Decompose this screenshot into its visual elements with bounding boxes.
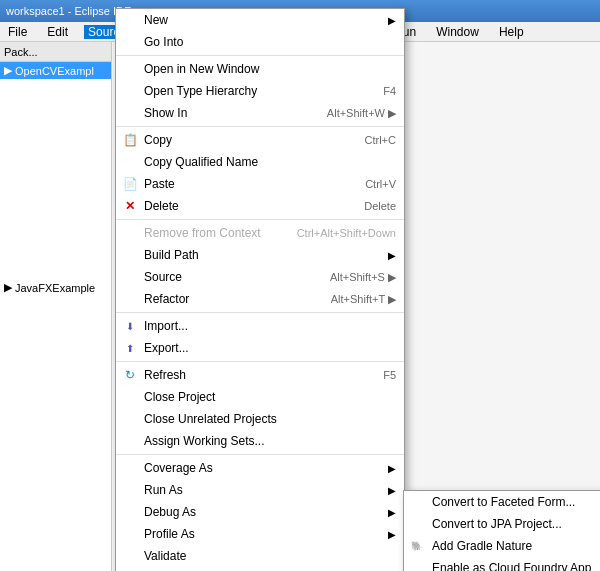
delete-label: Delete: [144, 199, 179, 213]
refresh-icon: ↻: [122, 367, 138, 383]
menu-assign-working-sets[interactable]: Assign Working Sets...: [116, 430, 404, 452]
menu-run-as[interactable]: Run As ▶: [116, 479, 404, 501]
add-gradle-label: Add Gradle Nature: [432, 539, 532, 553]
remove-context-label: Remove from Context: [144, 226, 261, 240]
submenu-convert-faceted[interactable]: Convert to Faceted Form...: [404, 491, 600, 513]
validate-label: Validate: [144, 549, 186, 563]
menu-open-type-hierarchy[interactable]: Open Type Hierarchy F4: [116, 80, 404, 102]
gradle-icon: 🐘: [408, 538, 424, 554]
menu-build-path[interactable]: Build Path ▶: [116, 244, 404, 266]
configure-submenu: Convert to Faceted Form... Convert to JP…: [403, 490, 600, 571]
build-path-label: Build Path: [144, 248, 199, 262]
menu-copy-qualified[interactable]: Copy Qualified Name: [116, 151, 404, 173]
assign-working-sets-label: Assign Working Sets...: [144, 434, 265, 448]
menu-help[interactable]: Help: [495, 25, 528, 39]
copy-shortcut: Ctrl+C: [345, 134, 396, 146]
separator-5: [116, 361, 404, 362]
submenu-cloud-foundry[interactable]: Enable as Cloud Foundry App: [404, 557, 600, 571]
go-into-label: Go Into: [144, 35, 183, 49]
open-type-hierarchy-label: Open Type Hierarchy: [144, 84, 257, 98]
refactor-shortcut: Alt+Shift+T ▶: [311, 293, 396, 306]
separator-6: [116, 454, 404, 455]
menu-edit[interactable]: Edit: [43, 25, 72, 39]
context-menu: New ▶ Go Into Open in New Window Open Ty…: [115, 8, 405, 571]
copy-qualified-label: Copy Qualified Name: [144, 155, 258, 169]
cloud-foundry-label: Enable as Cloud Foundry App: [432, 561, 591, 571]
separator-3: [116, 219, 404, 220]
submenu-convert-jpa[interactable]: Convert to JPA Project...: [404, 513, 600, 535]
sidebar-title: Pack...: [4, 46, 38, 58]
folder-icon: ▶: [4, 64, 12, 77]
export-icon: ⬆: [122, 340, 138, 356]
submenu-add-gradle[interactable]: 🐘 Add Gradle Nature: [404, 535, 600, 557]
copy-label: Copy: [144, 133, 172, 147]
menu-source[interactable]: Source Alt+Shift+S ▶: [116, 266, 404, 288]
sidebar-item-label-2: JavaFXExample: [15, 282, 95, 294]
run-as-label: Run As: [144, 483, 183, 497]
paste-label: Paste: [144, 177, 175, 191]
menu-new[interactable]: New ▶: [116, 9, 404, 31]
folder-icon-2: ▶: [4, 281, 12, 294]
refresh-shortcut: F5: [363, 369, 396, 381]
menu-export[interactable]: ⬆ Export...: [116, 337, 404, 359]
arrow-icon: ▶: [388, 15, 396, 26]
separator-4: [116, 312, 404, 313]
menu-go-into[interactable]: Go Into: [116, 31, 404, 53]
export-label: Export...: [144, 341, 189, 355]
paste-icon: 📄: [122, 176, 138, 192]
package-explorer: Pack... ▶ OpenCVExampl ▶ JavaFXExample: [0, 42, 112, 571]
import-icon: ⬇: [122, 318, 138, 334]
menu-debug-as[interactable]: Debug As ▶: [116, 501, 404, 523]
menu-validate[interactable]: Validate: [116, 545, 404, 567]
menu-close-unrelated[interactable]: Close Unrelated Projects: [116, 408, 404, 430]
title-label: workspace1 - Eclipse IDE: [6, 5, 131, 17]
profile-as-arrow: ▶: [388, 529, 396, 540]
convert-jpa-label: Convert to JPA Project...: [432, 517, 562, 531]
delete-icon: ✕: [122, 198, 138, 214]
delete-shortcut: Delete: [344, 200, 396, 212]
menu-restore-local[interactable]: Restore from Local History...: [116, 567, 404, 571]
menu-copy[interactable]: 📋 Copy Ctrl+C: [116, 129, 404, 151]
separator-1: [116, 55, 404, 56]
open-type-hierarchy-shortcut: F4: [363, 85, 396, 97]
menu-refresh[interactable]: ↻ Refresh F5: [116, 364, 404, 386]
coverage-as-label: Coverage As: [144, 461, 213, 475]
paste-shortcut: Ctrl+V: [345, 178, 396, 190]
debug-as-label: Debug As: [144, 505, 196, 519]
profile-as-label: Profile As: [144, 527, 195, 541]
run-as-arrow: ▶: [388, 485, 396, 496]
menu-delete[interactable]: ✕ Delete Delete: [116, 195, 404, 217]
menu-remove-context[interactable]: Remove from Context Ctrl+Alt+Shift+Down: [116, 222, 404, 244]
new-label: New: [144, 13, 168, 27]
convert-faceted-label: Convert to Faceted Form...: [432, 495, 575, 509]
menu-paste[interactable]: 📄 Paste Ctrl+V: [116, 173, 404, 195]
close-project-label: Close Project: [144, 390, 215, 404]
menu-show-in[interactable]: Show In Alt+Shift+W ▶: [116, 102, 404, 124]
show-in-shortcut: Alt+Shift+W ▶: [307, 107, 396, 120]
menu-open-new-window[interactable]: Open in New Window: [116, 58, 404, 80]
menu-import[interactable]: ⬇ Import...: [116, 315, 404, 337]
sidebar-header: Pack...: [0, 42, 111, 62]
copy-icon: 📋: [122, 132, 138, 148]
menu-refactor[interactable]: Refactor Alt+Shift+T ▶: [116, 288, 404, 310]
menu-coverage-as[interactable]: Coverage As ▶: [116, 457, 404, 479]
coverage-as-arrow: ▶: [388, 463, 396, 474]
menu-file[interactable]: File: [4, 25, 31, 39]
refresh-label: Refresh: [144, 368, 186, 382]
remove-context-shortcut: Ctrl+Alt+Shift+Down: [277, 227, 396, 239]
refactor-label: Refactor: [144, 292, 189, 306]
show-in-label: Show In: [144, 106, 187, 120]
separator-2: [116, 126, 404, 127]
open-new-window-label: Open in New Window: [144, 62, 259, 76]
source-label: Source: [144, 270, 182, 284]
import-label: Import...: [144, 319, 188, 333]
debug-as-arrow: ▶: [388, 507, 396, 518]
sidebar-item-javafxexample[interactable]: ▶ JavaFXExample: [0, 279, 111, 296]
menu-profile-as[interactable]: Profile As ▶: [116, 523, 404, 545]
build-path-arrow: ▶: [388, 250, 396, 261]
menu-close-project[interactable]: Close Project: [116, 386, 404, 408]
source-shortcut: Alt+Shift+S ▶: [310, 271, 396, 284]
sidebar-item-opencvexample[interactable]: ▶ OpenCVExampl: [0, 62, 111, 79]
sidebar-item-label: OpenCVExampl: [15, 65, 94, 77]
menu-window[interactable]: Window: [432, 25, 483, 39]
